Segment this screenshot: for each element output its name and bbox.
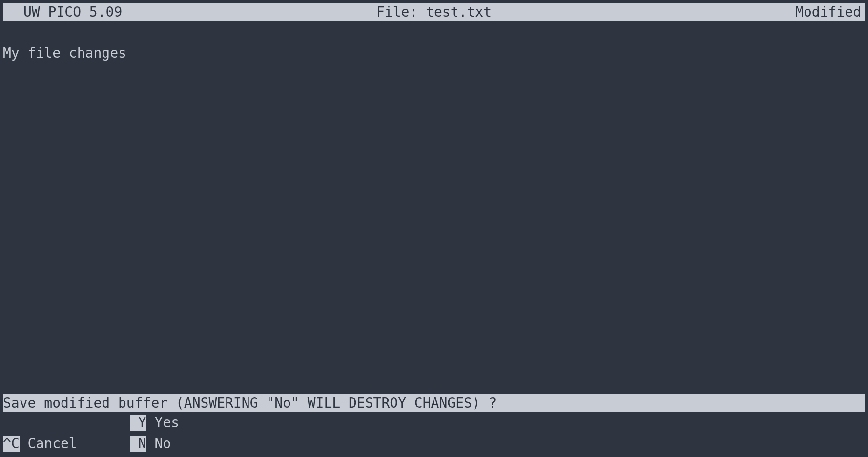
save-prompt: Save modified buffer (ANSWERING "No" WIL… (3, 394, 865, 412)
shortcuts-area: Y Yes ^C Cancel N No (3, 412, 865, 454)
shortcut-cancel[interactable]: ^C Cancel (3, 436, 130, 452)
title-bar: UW PICO 5.09 File: test.txt Modified (3, 3, 865, 21)
modified-status: Modified (795, 4, 861, 20)
shortcut-row-cancel-no: ^C Cancel N No (3, 433, 865, 454)
label-no: No (146, 436, 171, 452)
shortcut-no[interactable]: N No (130, 436, 171, 452)
key-ctrl-c: ^C (3, 436, 20, 452)
editor-content[interactable]: My file changes (3, 45, 865, 61)
label-cancel: Cancel (20, 436, 77, 452)
key-y: Y (130, 415, 146, 431)
label-yes: Yes (146, 415, 179, 431)
key-n: N (130, 436, 146, 452)
shortcut-yes[interactable]: Y Yes (130, 415, 179, 431)
shortcut-row-yes: Y Yes (3, 412, 865, 433)
app-name: UW PICO 5.09 (7, 4, 122, 20)
file-name: File: test.txt (376, 4, 492, 20)
prompt-text: Save modified buffer (ANSWERING "No" WIL… (3, 395, 505, 411)
